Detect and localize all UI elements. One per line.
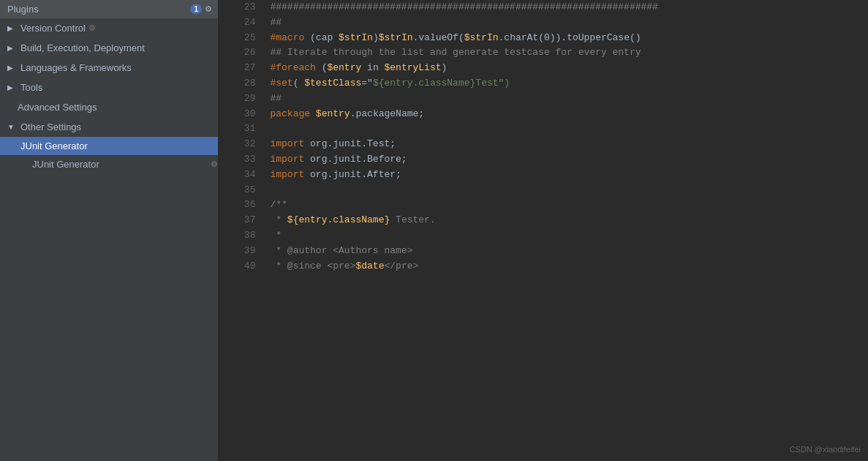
line-content: * @author <Authors name> <box>264 244 868 259</box>
table-row: 37 * ${entry.className} Tester. <box>218 213 868 228</box>
settings-small-icon: ⚙ <box>88 23 96 33</box>
chevron-right-icon: ▶ <box>7 83 18 91</box>
table-row: 39 * @author <Authors name> <box>218 244 868 259</box>
table-row: 40 * @since <pre>$date</pre> <box>218 259 868 274</box>
watermark: CSDN @xiaodifeifei <box>790 445 861 454</box>
table-row: 33import org.junit.Before; <box>218 152 868 168</box>
line-content: * @since <pre>$date</pre> <box>264 259 868 274</box>
line-number: 28 <box>218 76 264 91</box>
junit-generator-label: JUnit Generator <box>20 140 88 151</box>
table-row: 29## <box>218 91 868 107</box>
line-content: ########################################… <box>264 0 868 15</box>
chevron-right-icon: ▶ <box>7 24 18 32</box>
line-number: 29 <box>218 91 264 107</box>
line-number: 25 <box>218 31 264 46</box>
table-row: 35 <box>218 183 868 198</box>
advanced-settings-label-text: Advanced Settings <box>18 102 97 113</box>
build-execution-label: Build, Execution, Deployment <box>20 42 145 53</box>
line-number: 30 <box>218 107 264 122</box>
table-row: 23######################################… <box>218 0 868 15</box>
line-content: /** <box>264 198 868 213</box>
line-content: import org.junit.After; <box>264 168 868 183</box>
sidebar-item-advanced-settings[interactable]: Advanced Settings <box>0 97 218 117</box>
junit-generator-child-label: JUnit Generator <box>32 159 99 170</box>
code-table: 23######################################… <box>218 0 868 274</box>
line-content: import org.junit.Test; <box>264 137 868 152</box>
line-content <box>264 183 868 198</box>
languages-frameworks-label: Languages & Frameworks <box>20 62 132 73</box>
line-content: package $entry.packageName; <box>264 107 868 122</box>
sidebar-item-languages-frameworks[interactable]: ▶ Languages & Frameworks <box>0 58 218 78</box>
settings-small-icon-child: ⚙ <box>211 160 218 169</box>
sidebar-item-build-execution[interactable]: ▶ Build, Execution, Deployment <box>0 38 218 58</box>
line-number: 37 <box>218 213 264 228</box>
sidebar-item-plugins[interactable]: Plugins 1 ⚙ <box>0 0 218 18</box>
line-content: #set( $testClass="${entry.className}Test… <box>264 76 868 91</box>
code-editor: 23######################################… <box>218 0 868 461</box>
line-number: 31 <box>218 121 264 137</box>
table-row: 26## Iterate through the list and genera… <box>218 45 868 61</box>
line-number: 35 <box>218 183 264 198</box>
other-settings-label: Other Settings <box>20 121 81 132</box>
sidebar-item-version-control[interactable]: ▶ Version Control ⚙ <box>0 18 218 38</box>
line-number: 40 <box>218 259 264 274</box>
line-number: 34 <box>218 168 264 183</box>
line-number: 26 <box>218 45 264 61</box>
table-row: 24## <box>218 15 868 31</box>
line-number: 36 <box>218 198 264 213</box>
tools-label: Tools <box>20 82 42 93</box>
line-number: 24 <box>218 15 264 31</box>
plugins-badge-area: 1 ⚙ <box>190 4 212 14</box>
gear-icon: ⚙ <box>205 4 212 14</box>
line-content: ## <box>264 15 868 31</box>
sidebar-item-junit-generator[interactable]: JUnit Generator <box>0 137 218 155</box>
line-content <box>264 121 868 137</box>
plugins-badge-count: 1 <box>190 4 202 14</box>
table-row: 31 <box>218 121 868 137</box>
sidebar-item-tools[interactable]: ▶ Tools <box>0 78 218 97</box>
line-content: import org.junit.Before; <box>264 152 868 168</box>
table-row: 30package $entry.packageName; <box>218 107 868 122</box>
line-number: 23 <box>218 0 264 15</box>
sidebar-item-other-settings[interactable]: ▼ Other Settings <box>0 117 218 137</box>
sidebar-item-junit-generator-child[interactable]: JUnit Generator ⚙ <box>0 155 218 173</box>
table-row: 32import org.junit.Test; <box>218 137 868 152</box>
table-row: 38 * <box>218 228 868 244</box>
table-row: 36/** <box>218 198 868 213</box>
line-content: #macro (cap $strIn)$strIn.valueOf($strIn… <box>264 31 868 46</box>
settings-sidebar: Plugins 1 ⚙ ▶ Version Control ⚙ ▶ Build,… <box>0 0 218 461</box>
chevron-right-icon: ▶ <box>7 64 18 72</box>
line-content: * ${entry.className} Tester. <box>264 213 868 228</box>
chevron-right-icon: ▶ <box>7 44 18 52</box>
table-row: 25#macro (cap $strIn)$strIn.valueOf($str… <box>218 31 868 46</box>
table-row: 27#foreach ($entry in $entryList) <box>218 61 868 76</box>
line-number: 39 <box>218 244 264 259</box>
line-content: ## <box>264 91 868 107</box>
chevron-down-icon: ▼ <box>7 123 18 131</box>
line-number: 27 <box>218 61 264 76</box>
table-row: 34import org.junit.After; <box>218 168 868 183</box>
line-content: * <box>264 228 868 244</box>
table-row: 28#set( $testClass="${entry.className}Te… <box>218 76 868 91</box>
line-content: ## Iterate through the list and generate… <box>264 45 868 61</box>
line-number: 32 <box>218 137 264 152</box>
line-number: 33 <box>218 152 264 168</box>
line-number: 38 <box>218 228 264 244</box>
line-content: #foreach ($entry in $entryList) <box>264 61 868 76</box>
version-control-label: Version Control <box>20 23 86 34</box>
plugins-label: Plugins <box>7 4 39 15</box>
